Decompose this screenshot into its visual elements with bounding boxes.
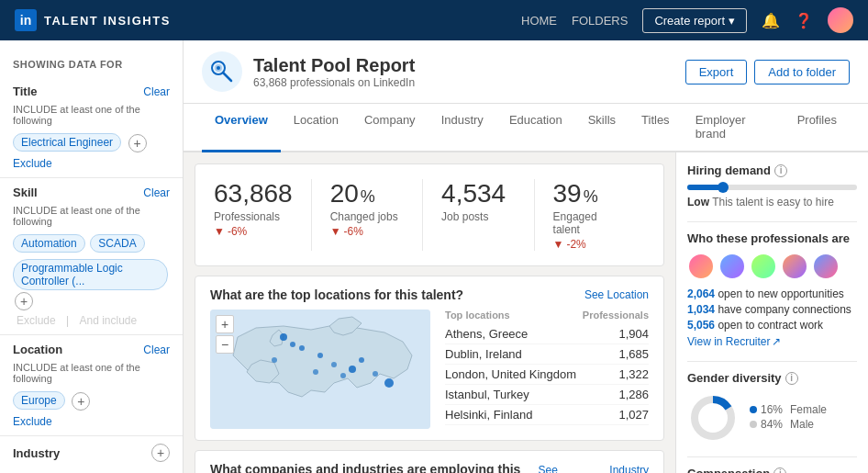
svg-point-6 (280, 333, 287, 341)
stat-changed-jobs: 20 % Changed jobs ▼ -6% (330, 179, 423, 251)
tab-industry[interactable]: Industry (428, 104, 496, 152)
see-industry-link[interactable]: Industry (609, 464, 649, 473)
loc-col-name: Top locations (445, 310, 510, 321)
svg-point-7 (290, 342, 295, 347)
demand-label: Low This talent is easy to hire (687, 196, 857, 208)
sidebar-title-tags: Electrical Engineer + (13, 131, 170, 153)
see-company-link[interactable]: See Company (539, 464, 599, 473)
legend-female: 16% Female (750, 403, 827, 416)
tag-electrical-engineer[interactable]: Electrical Engineer (13, 133, 121, 152)
tab-overview[interactable]: Overview (202, 104, 281, 152)
report-title: Talent Pool Report (253, 55, 415, 76)
map-zoom-in[interactable]: + (216, 315, 234, 333)
stat-label-professionals: Professionals (214, 210, 293, 223)
tabs-bar: OverviewLocationCompanyIndustryEducation… (184, 104, 868, 152)
sidebar-skill-exclude[interactable]: Exclude (17, 314, 56, 327)
content-left: 63,868 Professionals ▼ -6% 20 % Changed … (184, 152, 675, 473)
tab-location[interactable]: Location (281, 104, 351, 152)
main-layout: SHOWING DATA FOR Title Clear INCLUDE at … (0, 40, 868, 473)
main-content: 63,868 Professionals ▼ -6% 20 % Changed … (184, 152, 868, 473)
who-stat-2: 5,056 open to contract work (687, 319, 857, 332)
sidebar: SHOWING DATA FOR Title Clear INCLUDE at … (0, 40, 184, 473)
svg-point-14 (373, 371, 378, 377)
bell-icon[interactable]: 🔔 (762, 12, 780, 29)
nav-folders[interactable]: FOLDERS (572, 14, 628, 28)
stat-label-engaged: Engaged talent (553, 210, 627, 236)
sidebar-skill-exclude-links: Exclude | And include (13, 314, 170, 327)
nav-left: in TALENT INSIGHTS (15, 9, 171, 31)
tab-education[interactable]: Education (496, 104, 575, 152)
right-panel: Hiring demand i Low This talent is easy … (675, 152, 868, 473)
tag-scada[interactable]: SCADA (90, 234, 144, 253)
see-location-link[interactable]: See Location (584, 288, 649, 301)
create-report-button[interactable]: Create report ▾ (642, 8, 747, 33)
content-area: Talent Pool Report 63,868 professionals … (184, 40, 868, 473)
compensation-info-icon[interactable]: i (773, 467, 786, 474)
map-zoom-out[interactable]: − (216, 335, 234, 354)
svg-line-3 (223, 73, 231, 81)
sidebar-location-label: Location (13, 343, 62, 356)
help-icon[interactable]: ❓ (795, 12, 813, 29)
tag-europe[interactable]: Europe (13, 391, 65, 410)
locations-card-links: See Location (584, 288, 649, 301)
companies-card-title: What companies and industries are employ… (210, 462, 539, 473)
avatar-row (687, 253, 857, 280)
companies-card-links: See Company Industry (539, 464, 649, 473)
sidebar-skill-label: Skill (13, 186, 38, 199)
nav-right: HOME FOLDERS Create report ▾ 🔔 ❓ (521, 7, 853, 33)
report-icon (202, 51, 242, 92)
svg-point-10 (359, 357, 364, 363)
tab-employer-brand[interactable]: Employer brand (683, 104, 785, 152)
add-skill-tag[interactable]: + (15, 292, 33, 310)
svg-point-9 (299, 345, 305, 351)
sidebar-skill-clear[interactable]: Clear (143, 186, 170, 199)
add-title-tag[interactable]: + (128, 134, 147, 152)
hiring-demand-info-icon[interactable]: i (774, 164, 787, 177)
stat-label-changed: Changed jobs (330, 210, 404, 223)
tag-automation[interactable]: Automation (13, 234, 85, 253)
mini-avatar-3 (750, 253, 777, 280)
sidebar-location-clear[interactable]: Clear (143, 343, 170, 356)
report-subtitle: 63,868 professionals on LinkedIn (253, 76, 415, 89)
add-location-tag[interactable]: + (72, 392, 90, 411)
gender-section: Gender diversity i (687, 371, 857, 444)
add-industry-tag[interactable]: + (151, 444, 170, 462)
sidebar-title-helper: INCLUDE at least one of the following (13, 104, 170, 126)
tab-skills[interactable]: Skills (575, 104, 629, 152)
sidebar-title-clear[interactable]: Clear (143, 85, 170, 98)
mini-avatar-2 (718, 253, 746, 280)
gender-info-icon[interactable]: i (785, 372, 798, 385)
add-to-folder-button[interactable]: Add to folder (754, 60, 850, 84)
stat-suffix-engaged: % (584, 187, 598, 207)
tab-profiles[interactable]: Profiles (785, 104, 850, 152)
svg-point-15 (272, 357, 277, 363)
gender-title: Gender diversity i (687, 371, 857, 385)
sidebar-skill-and-include[interactable]: And include (80, 314, 138, 327)
sidebar-title-exclude[interactable]: Exclude (13, 157, 170, 170)
svg-point-2 (217, 66, 220, 70)
nav-home[interactable]: HOME (521, 14, 557, 28)
sidebar-skill-section: Skill Clear INCLUDE at least one of the … (0, 178, 183, 335)
external-link-icon: ↗ (772, 335, 781, 348)
tag-plc[interactable]: Programmable Logic Controller (... (13, 259, 168, 290)
who-section: Who these professionals are 2,064 open t… (687, 231, 857, 348)
compensation-title: Compensation i (687, 467, 857, 473)
compensation-section: Compensation i Median total compensation… (687, 467, 857, 473)
report-title-area: Talent Pool Report 63,868 professionals … (202, 51, 415, 92)
stat-suffix-changed: % (361, 187, 375, 207)
tab-titles[interactable]: Titles (629, 104, 683, 152)
companies-card: What companies and industries are employ… (195, 450, 664, 473)
export-button[interactable]: Export (685, 60, 748, 84)
stat-professionals: 63,868 Professionals ▼ -6% (214, 179, 312, 251)
view-in-recruiter-link[interactable]: View in Recruiter ↗ (687, 335, 857, 348)
svg-point-11 (331, 362, 337, 367)
sidebar-location-exclude[interactable]: Exclude (13, 415, 170, 428)
stat-engaged: 39 % Engaged talent ▼ -2% (553, 179, 645, 251)
tab-company[interactable]: Company (351, 104, 428, 152)
location-table-header: Top locations Professionals (445, 310, 649, 321)
user-avatar[interactable] (828, 7, 853, 33)
nav-brand: TALENT INSIGHTS (44, 14, 171, 28)
sidebar-title-section: Title Clear INCLUDE at least one of the … (0, 77, 183, 178)
demand-bar (687, 185, 857, 190)
down-arrow-icon: ▼ (214, 225, 225, 238)
